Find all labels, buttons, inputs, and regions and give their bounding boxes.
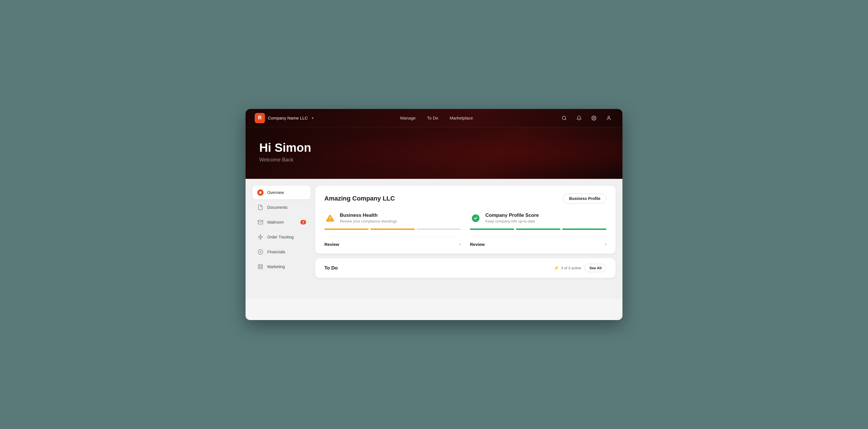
business-health-info: Business Health Review your compliance s… (340, 212, 397, 223)
header: R Company Name LLC ▾ Manage To Do Market… (246, 109, 622, 127)
business-health-subtitle: Review your compliance standings (340, 219, 397, 223)
svg-point-0 (562, 116, 566, 120)
company-profile-header: Company Profile Score Keep company info … (470, 212, 607, 224)
sidebar-item-marketing[interactable]: Marketing (252, 260, 311, 273)
subtitle-text: Welcome Back (259, 157, 609, 163)
todo-active-count: 3 of 3 active (561, 266, 581, 270)
search-icon[interactable] (560, 113, 569, 123)
progress-seg-2 (370, 229, 414, 230)
business-health-footer: Review › (324, 237, 461, 247)
sidebar-item-overview[interactable]: Overview (252, 186, 311, 199)
company-card: Amazing Company LLC Business Profile (315, 186, 616, 254)
marketing-icon (257, 263, 264, 270)
gear-icon[interactable] (589, 113, 598, 123)
sidebar-marketing-label: Marketing (267, 264, 285, 269)
mailroom-badge: 3 (300, 220, 306, 225)
business-health-chevron-icon: › (459, 241, 461, 247)
sidebar-overview-label: Overview (267, 190, 284, 195)
company-profile-title: Company Profile Score (486, 212, 539, 218)
business-health-title: Business Health (340, 212, 397, 218)
svg-rect-7 (258, 265, 260, 266)
business-health-progress (324, 229, 461, 230)
svg-rect-8 (261, 265, 263, 266)
logo-area[interactable]: R Company Name LLC ▾ (255, 113, 313, 123)
user-icon[interactable] (604, 113, 613, 123)
dashboard-panel: Amazing Company LLC Business Profile (315, 186, 616, 292)
sidebar-financials-label: Financials (267, 250, 285, 254)
profile-progress-seg-3 (562, 229, 607, 230)
todo-active-badge: ⚡ 3 of 3 active (554, 265, 581, 271)
nav-todo[interactable]: To Do (427, 116, 438, 120)
svg-point-2 (608, 116, 610, 118)
app-window: R Company Name LLC ▾ Manage To Do Market… (246, 109, 622, 320)
sidebar-documents-label: Documents (267, 205, 287, 210)
company-name: Company Name LLC (268, 116, 308, 120)
business-health-card: Business Health Review your compliance s… (324, 212, 461, 247)
app-logo: R (255, 113, 265, 123)
business-health-header: Business Health Review your compliance s… (324, 212, 461, 224)
svg-rect-9 (258, 267, 260, 269)
main-nav: Manage To Do Marketplace (313, 116, 560, 120)
company-profile-score-card: Company Profile Score Keep company info … (470, 212, 607, 247)
documents-icon (257, 204, 264, 211)
profile-progress-seg-1 (470, 229, 514, 230)
company-profile-footer: Review › (470, 237, 607, 247)
svg-marker-3 (258, 235, 263, 240)
sidebar-item-financials[interactable]: Financials (252, 245, 311, 259)
greeting-text: Hi Simon (259, 141, 609, 155)
bell-icon[interactable] (575, 113, 584, 123)
business-profile-button[interactable]: Business Profile (563, 194, 607, 203)
hero-banner: Hi Simon Welcome Back (246, 127, 622, 179)
business-health-icon (324, 212, 336, 224)
progress-seg-1 (324, 229, 369, 230)
todo-right: ⚡ 3 of 3 active See All (554, 264, 607, 272)
profile-progress-seg-2 (516, 229, 560, 230)
progress-seg-3 (416, 229, 461, 230)
metrics-row: Business Health Review your compliance s… (324, 212, 607, 247)
business-health-review: Review (324, 242, 339, 247)
todo-section: To Do ⚡ 3 of 3 active See All (315, 258, 616, 278)
company-profile-subtitle: Keep company info up-to-date (486, 219, 539, 223)
overview-icon (257, 189, 264, 196)
svg-point-1 (593, 117, 595, 119)
company-profile-progress (470, 229, 607, 230)
order-tracking-icon (257, 234, 264, 240)
sidebar-item-order-tracking[interactable]: Order Tracking (252, 230, 311, 244)
sidebar: Overview Documents Mai (252, 186, 315, 292)
todo-icon: ⚡ (554, 265, 559, 271)
nav-manage[interactable]: Manage (400, 116, 415, 120)
svg-rect-10 (261, 267, 263, 269)
see-all-button[interactable]: See All (585, 264, 607, 272)
nav-marketplace[interactable]: Marketplace (450, 116, 473, 120)
sidebar-item-mailroom[interactable]: Mailroom 3 (252, 216, 311, 229)
company-profile-icon (470, 212, 482, 224)
main-content: Overview Documents Mai (246, 179, 622, 299)
company-title: Amazing Company LLC (324, 195, 395, 202)
sidebar-order-tracking-label: Order Tracking (267, 235, 294, 239)
mailroom-icon (257, 219, 264, 226)
company-card-header: Amazing Company LLC Business Profile (324, 194, 607, 203)
todo-title: To Do (324, 265, 338, 271)
company-profile-review: Review (470, 242, 485, 247)
company-profile-info: Company Profile Score Keep company info … (486, 212, 539, 223)
sidebar-mailroom-label: Mailroom (267, 220, 284, 225)
financials-icon (257, 249, 264, 255)
header-icons (560, 113, 613, 123)
sidebar-item-documents[interactable]: Documents (252, 200, 311, 214)
company-profile-chevron-icon: › (605, 241, 607, 247)
